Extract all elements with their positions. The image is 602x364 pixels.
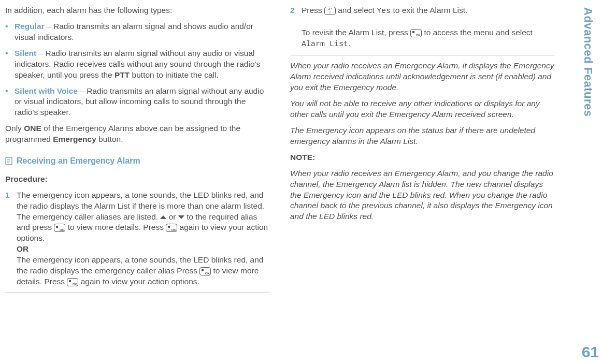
right-column: 2 Press and select Yes to exit the Alarm… xyxy=(290,5,554,298)
dash-separator: – xyxy=(47,22,53,31)
divider xyxy=(5,293,269,293)
menu-option-yes: Yes xyxy=(377,7,391,16)
only-one-note: Only ONE of the Emergency Alarms above c… xyxy=(5,123,269,145)
section-heading: Receiving an Emergency Alarm xyxy=(5,155,269,167)
type-name: Silent with Voice xyxy=(15,86,78,95)
divider xyxy=(290,55,554,55)
step-item: 2 Press and select Yes to exit the Alarm… xyxy=(290,5,554,50)
note-paragraph: The Emergency icon appears on the status… xyxy=(290,125,554,147)
menu-option-alarm-list: Alarm List xyxy=(302,40,348,49)
procedure-steps-continued: 2 Press and select Yes to exit the Alarm… xyxy=(290,5,554,50)
ok-key-icon xyxy=(54,224,65,232)
intro-text: In addition, each alarm has the followin… xyxy=(5,5,269,16)
bullet-icon: • xyxy=(5,48,15,81)
procedure-steps: 1 The emergency icon appears, a tone sou… xyxy=(5,190,269,287)
section-name: Advanced Features xyxy=(581,7,595,117)
step-number: 2 xyxy=(290,5,302,50)
left-column: In addition, each alarm has the followin… xyxy=(5,5,269,298)
list-item: • Regular – Radio transmits an alarm sig… xyxy=(5,21,269,43)
bullet-icon: • xyxy=(5,21,15,43)
sidebar: Advanced Features xyxy=(578,5,598,359)
down-arrow-icon xyxy=(178,215,184,219)
dash-separator: – xyxy=(80,86,87,95)
note-paragraph: When your radio receives an Emergency Al… xyxy=(290,61,554,93)
ok-key-icon xyxy=(199,267,211,275)
or-label: OR xyxy=(17,244,28,253)
note-paragraph: When your radio receives an Emergency Al… xyxy=(290,168,554,223)
list-item: • Silent – Radio transmits an alarm sign… xyxy=(5,48,269,81)
procedure-label: Procedure: xyxy=(5,174,269,185)
step-item: 1 The emergency icon appears, a tone sou… xyxy=(5,190,269,287)
ok-key-icon xyxy=(67,278,78,286)
document-icon xyxy=(5,157,12,165)
back-key-icon xyxy=(324,7,336,15)
note-label: NOTE: xyxy=(290,152,554,163)
page-number: 61 xyxy=(582,343,599,361)
type-name: Silent xyxy=(15,49,36,57)
ok-key-icon xyxy=(410,29,422,37)
type-desc-b: button to initiate the call. xyxy=(130,70,218,79)
dash-separator: – xyxy=(39,49,46,57)
note-paragraph: You will not be able to receive any othe… xyxy=(290,98,554,120)
ok-key-icon xyxy=(166,224,177,232)
ptt-label: PTT xyxy=(114,70,130,79)
up-arrow-icon xyxy=(160,215,166,219)
type-name: Regular xyxy=(15,22,45,31)
step-number: 1 xyxy=(5,190,17,287)
bullet-icon: • xyxy=(5,86,15,119)
list-item: • Silent with Voice – Radio transmits an… xyxy=(5,86,269,119)
subheading-text: Receiving an Emergency Alarm xyxy=(17,155,140,167)
alarm-types-list: • Regular – Radio transmits an alarm sig… xyxy=(5,21,269,118)
